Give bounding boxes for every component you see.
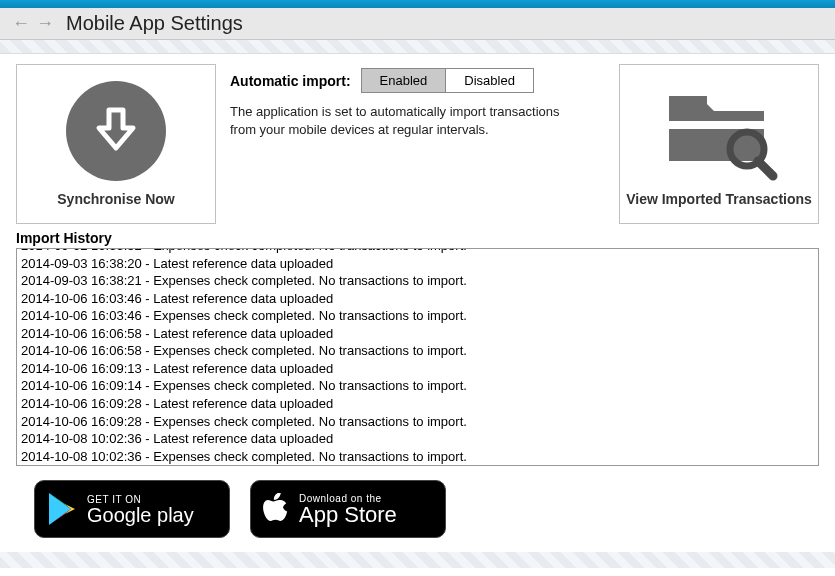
history-entry: 2014-09-03 16:38:20 - Latest reference d… <box>21 255 814 273</box>
automatic-import-toggle: Enabled Disabled <box>361 68 534 93</box>
app-store-big: App Store <box>299 502 397 527</box>
forward-arrow-icon[interactable]: → <box>36 13 54 34</box>
history-entry: 2014-09-02 16:33:52 - Expenses check com… <box>21 248 814 255</box>
view-imported-label: View Imported Transactions <box>626 191 812 207</box>
automatic-import-label: Automatic import: <box>230 73 351 89</box>
decorative-strip <box>0 40 835 54</box>
history-entry: 2014-10-06 16:09:28 - Expenses check com… <box>21 413 814 431</box>
app-store-badge[interactable]: Download on the App Store <box>250 480 446 538</box>
history-entry: 2014-10-06 16:03:46 - Expenses check com… <box>21 307 814 325</box>
synchronise-now-tile[interactable]: Synchronise Now <box>16 64 216 224</box>
page-title: Mobile App Settings <box>66 12 243 35</box>
history-entry: 2014-10-06 16:03:46 - Latest reference d… <box>21 290 814 308</box>
decorative-strip-bottom <box>0 552 835 568</box>
back-arrow-icon[interactable]: ← <box>12 13 30 34</box>
svg-rect-0 <box>669 96 707 108</box>
import-history-title: Import History <box>16 230 819 246</box>
google-play-big: Google play <box>87 504 194 526</box>
history-entry: 2014-10-08 10:02:36 - Expenses check com… <box>21 448 814 466</box>
apple-icon <box>263 493 289 525</box>
window-chrome-bar <box>0 0 835 8</box>
history-entry: 2014-10-06 16:09:13 - Latest reference d… <box>21 360 814 378</box>
history-entry: 2014-09-03 16:38:21 - Expenses check com… <box>21 272 814 290</box>
google-play-icon <box>47 493 77 525</box>
google-play-badge[interactable]: GET IT ON Google play <box>34 480 230 538</box>
page-header: ← → Mobile App Settings <box>0 8 835 40</box>
sync-icon <box>66 81 166 181</box>
history-entry: 2014-10-06 16:06:58 - Latest reference d… <box>21 325 814 343</box>
automatic-import-description: The application is set to automatically … <box>230 103 570 138</box>
history-entry: 2014-10-06 16:09:14 - Expenses check com… <box>21 377 814 395</box>
import-history-list[interactable]: 2014-09-02 16:05:49 - Expenses check com… <box>16 248 819 466</box>
history-entry: 2014-10-06 16:06:58 - Expenses check com… <box>21 342 814 360</box>
automatic-import-disabled[interactable]: Disabled <box>445 69 533 92</box>
content-area: Synchronise Now Automatic import: Enable… <box>0 54 835 552</box>
history-entry: 2014-10-06 16:09:28 - Latest reference d… <box>21 395 814 413</box>
settings-panel: Automatic import: Enabled Disabled The a… <box>230 64 605 138</box>
automatic-import-enabled[interactable]: Enabled <box>362 69 446 92</box>
view-imported-tile[interactable]: View Imported Transactions <box>619 64 819 224</box>
svg-rect-1 <box>669 121 764 129</box>
folder-search-icon <box>659 81 779 181</box>
svg-line-3 <box>758 161 773 176</box>
synchronise-now-label: Synchronise Now <box>57 191 174 207</box>
history-entry: 2014-10-08 10:02:36 - Latest reference d… <box>21 430 814 448</box>
